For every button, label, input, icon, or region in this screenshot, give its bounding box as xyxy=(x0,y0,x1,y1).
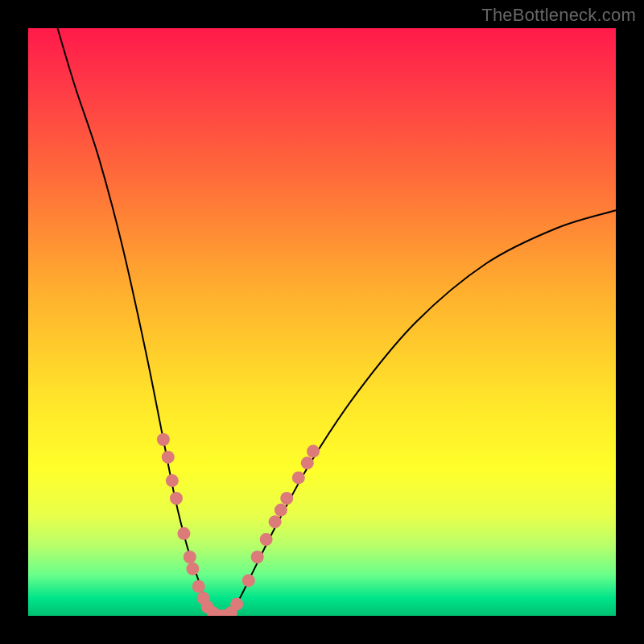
marker-dot xyxy=(166,474,179,487)
marker-dot xyxy=(186,563,199,576)
marker-dot xyxy=(157,433,170,446)
marker-dot xyxy=(275,504,287,517)
marker-dot xyxy=(177,527,190,540)
marker-dot xyxy=(269,515,282,528)
marker-dot xyxy=(307,445,320,458)
marker-dot xyxy=(280,492,293,505)
marker-dot xyxy=(184,551,196,564)
chart-frame: TheBottleneck.com xyxy=(0,0,644,644)
watermark-text: TheBottleneck.com xyxy=(481,5,636,26)
marker-dot xyxy=(301,456,314,469)
marker-dot xyxy=(162,451,175,464)
plot-area xyxy=(28,28,616,616)
marker-dot xyxy=(260,533,273,546)
marker-dot xyxy=(230,597,243,610)
marker-dot xyxy=(170,492,183,505)
marker-dot xyxy=(292,471,305,484)
marker-dot xyxy=(192,580,205,593)
chart-svg xyxy=(28,28,616,616)
marker-dot xyxy=(242,574,255,587)
bottleneck-curve xyxy=(58,28,617,616)
marker-dot xyxy=(251,551,264,564)
